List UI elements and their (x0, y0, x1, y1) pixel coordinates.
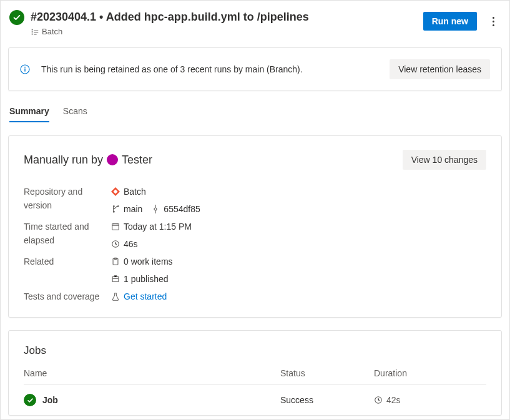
jobs-row[interactable]: Job Success 42s (24, 384, 486, 415)
page-header: #20230404.1 • Added hpc-app.build.yml to… (1, 1, 509, 41)
view-retention-button[interactable]: View retention leases (390, 59, 490, 79)
success-status-icon (9, 10, 24, 25)
tab-bar: Summary Scans (9, 106, 501, 123)
svg-point-1 (24, 67, 26, 68)
commit-link[interactable]: 6554df85 (151, 202, 200, 216)
retention-text: This run is being retained as one of 3 r… (41, 64, 390, 74)
tab-summary[interactable]: Summary (9, 106, 49, 122)
jobs-card: Jobs Name Status Duration Job Success 42… (8, 330, 502, 416)
flask-icon (111, 292, 120, 301)
success-status-icon (24, 394, 36, 406)
elapsed-time: 46s (111, 237, 486, 251)
repo-link[interactable]: Batch (111, 185, 486, 198)
work-items-link[interactable]: 0 work items (111, 255, 486, 268)
info-icon (20, 64, 30, 74)
package-icon (111, 275, 120, 283)
col-duration: Duration (374, 368, 486, 378)
run-by-user: Tester (122, 154, 152, 167)
view-changes-button[interactable]: View 10 changes (403, 150, 486, 170)
clipboard-icon (111, 257, 120, 266)
clock-icon (111, 240, 120, 248)
artifacts-link[interactable]: 1 published (111, 272, 486, 286)
tab-scans[interactable]: Scans (63, 106, 87, 122)
col-name: Name (24, 368, 280, 378)
tests-get-started-link[interactable]: Get started (111, 290, 486, 303)
svg-rect-8 (112, 277, 119, 282)
branch-link[interactable]: main (111, 202, 142, 216)
retention-banner: This run is being retained as one of 3 r… (8, 47, 502, 91)
branch-icon (111, 205, 120, 213)
started-time: Today at 1:15 PM (111, 220, 486, 233)
svg-rect-2 (24, 69, 25, 72)
label-time: Time started and elapsed (24, 220, 109, 247)
page-title: #20230404.1 • Added hpc-app.build.yml to… (31, 9, 423, 24)
svg-point-3 (154, 208, 157, 210)
run-by-prefix: Manually run by (24, 154, 103, 167)
col-status: Status (280, 368, 374, 378)
jobs-table-head: Name Status Duration (24, 368, 486, 384)
run-info-card: Manually run by Tester View 10 changes R… (8, 135, 502, 318)
jobs-title: Jobs (24, 344, 486, 357)
more-actions-button[interactable] (488, 17, 498, 26)
calendar-icon (111, 222, 120, 231)
label-repo: Repository and version (24, 185, 109, 212)
clock-icon (374, 396, 383, 404)
job-duration: 42s (386, 395, 401, 405)
job-status: Success (280, 395, 374, 405)
pipeline-breadcrumb[interactable]: Batch (31, 27, 423, 36)
run-by-row: Manually run by Tester (24, 154, 152, 167)
job-name: Job (42, 395, 58, 405)
run-new-button[interactable]: Run new (423, 12, 477, 31)
pipeline-icon (31, 27, 39, 36)
pipeline-name: Batch (42, 27, 62, 36)
label-tests: Tests and coverage (24, 290, 109, 303)
label-related: Related (24, 255, 109, 268)
svg-rect-4 (112, 224, 119, 230)
repo-icon (111, 187, 120, 196)
commit-icon (151, 205, 160, 213)
avatar (107, 154, 118, 165)
